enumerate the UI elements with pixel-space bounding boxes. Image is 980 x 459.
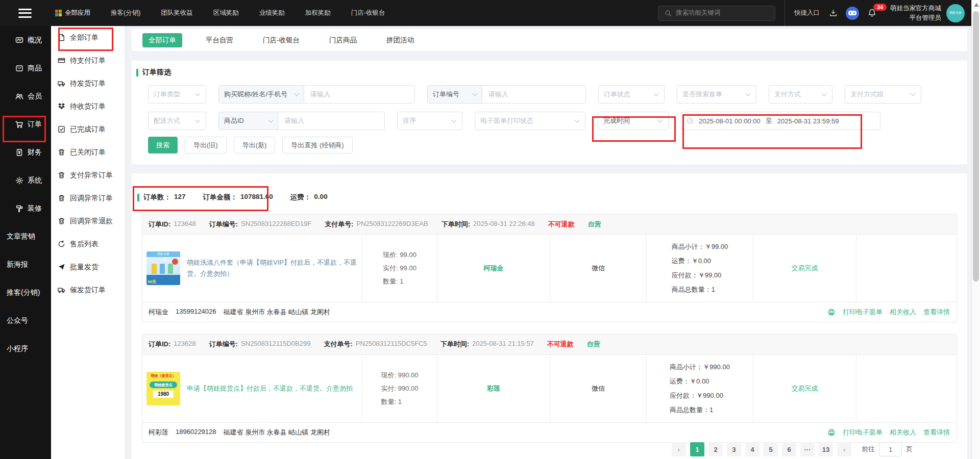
page-button-3[interactable]: 3 bbox=[727, 442, 741, 456]
topnav-all-apps[interactable]: 全部应用 bbox=[49, 0, 101, 26]
date-start: 2025-08-01 00:00:00 bbox=[699, 117, 761, 125]
goods-id-input[interactable]: 请输入 bbox=[278, 112, 384, 130]
topnav-region-reward[interactable]: 区域奖励 bbox=[203, 0, 249, 26]
order-type-select[interactable]: 订单类型 bbox=[148, 85, 206, 104]
view-detail-link[interactable]: 查看详情 bbox=[923, 308, 950, 317]
page-button-4[interactable]: 4 bbox=[745, 442, 760, 456]
order-status-select[interactable]: 订单状态 bbox=[598, 85, 665, 104]
download-icon[interactable] bbox=[829, 9, 838, 17]
topnav-tuike[interactable]: 推客(分销) bbox=[101, 0, 151, 26]
sidebar-item-mini-program[interactable]: 小程序 bbox=[0, 335, 51, 363]
tab-store-goods[interactable]: 门店商品 bbox=[323, 33, 363, 47]
export-old-button[interactable]: 导出(旧) bbox=[185, 137, 227, 154]
page-button-13[interactable]: 13 bbox=[819, 442, 833, 456]
page-button-5[interactable]: 5 bbox=[764, 442, 778, 456]
scrollbar-thumb[interactable] bbox=[973, 11, 979, 282]
vertical-scrollbar[interactable] bbox=[971, 0, 980, 459]
order-no-select[interactable]: 订单编号 bbox=[428, 86, 482, 103]
date-range-input[interactable]: 2025-08-01 00:00:00 至 2025-08-31 23:59:5… bbox=[681, 112, 880, 130]
print-waybill-link[interactable]: 打印电子面单 bbox=[843, 308, 883, 317]
sidebar-item-orders[interactable]: 订单 bbox=[0, 110, 51, 138]
buyer-keyword-select[interactable]: 购买昵称/姓名/手机号 bbox=[219, 86, 304, 103]
submenu-callback-exception-orders[interactable]: 回调异常订单 bbox=[51, 187, 125, 210]
submenu-callback-exception-refund[interactable]: 回调异常退款 bbox=[51, 210, 125, 233]
quick-entry-button[interactable]: 快捷入口 bbox=[785, 0, 829, 26]
submenu-completed-orders[interactable]: 已完成订单 bbox=[51, 118, 125, 141]
sort-select[interactable]: 排序 bbox=[397, 112, 462, 130]
page-button-2[interactable]: 2 bbox=[708, 442, 723, 456]
goto-label: 前往 bbox=[862, 445, 875, 454]
global-search-input[interactable]: 搜索功能关键词 bbox=[658, 6, 775, 21]
order-tabs-bar: 全部订单 平台自营 门店-收银台 门店商品 拼团活动 bbox=[132, 29, 967, 51]
delivery-select[interactable]: 配送方式 bbox=[148, 112, 206, 130]
submenu-to-receive-orders[interactable]: 待收货订单 bbox=[51, 95, 125, 118]
cart-icon bbox=[15, 120, 23, 129]
empty-cell bbox=[856, 235, 957, 302]
print-waybill-link[interactable]: 打印电子面单 bbox=[843, 428, 883, 437]
page-button-6[interactable]: 6 bbox=[782, 442, 796, 456]
page-ellipsis[interactable]: ··· bbox=[800, 442, 815, 456]
first-order-select[interactable]: 是否搜索首单 bbox=[677, 85, 756, 104]
topnav-performance-reward[interactable]: 业绩奖励 bbox=[249, 0, 295, 26]
user-info[interactable]: 萌娃当家官方商城 平台管理员 bbox=[890, 4, 941, 23]
eprint-status-select[interactable]: 电子面单打印状态 bbox=[475, 112, 585, 130]
topnav-store-cashier[interactable]: 门店-收银台 bbox=[341, 0, 396, 26]
submenu-closed-orders[interactable]: 已关闭订单 bbox=[51, 141, 125, 164]
tab-store-cashier[interactable]: 门店-收银台 bbox=[257, 33, 306, 47]
related-income-link[interactable]: 相关收入 bbox=[890, 428, 916, 437]
sidebar-item-new-poster[interactable]: 新海报 bbox=[0, 250, 51, 278]
scroll-up-arrow-icon[interactable] bbox=[974, 3, 979, 7]
sidebar-item-goods[interactable]: 商品 bbox=[0, 54, 51, 82]
recycle-icon bbox=[58, 240, 65, 248]
buyer-cell[interactable]: 彩莲 bbox=[437, 355, 550, 422]
totals-cell: 商品小计：￥990.00 运费：￥0.00 应付款：￥990.00 商品总数量：… bbox=[647, 355, 753, 422]
sidebar-item-members[interactable]: 会员 bbox=[0, 82, 51, 110]
printer-icon[interactable] bbox=[827, 428, 836, 437]
submenu-urge-ship-orders[interactable]: 催发货订单 bbox=[51, 278, 125, 301]
sidebar-item-overview[interactable]: 概况 bbox=[0, 26, 51, 54]
pay-group-select[interactable]: 支付方式组 bbox=[845, 85, 921, 104]
submenu-unpaid-orders[interactable]: 待支付订单 bbox=[51, 49, 125, 72]
sidebar-item-system[interactable]: 系统 bbox=[0, 166, 51, 194]
assistant-robot-icon[interactable] bbox=[846, 7, 859, 20]
submenu-aftersale-list[interactable]: 售后列表 bbox=[51, 233, 125, 256]
sidebar-item-tuike[interactable]: 推客(分销) bbox=[0, 278, 51, 307]
export-direct-button[interactable]: 导出直推 (经销商) bbox=[282, 137, 352, 154]
pay-method-select[interactable]: 支付方式 bbox=[769, 85, 832, 104]
sidebar-item-official-account[interactable]: 公众号 bbox=[0, 307, 51, 335]
search-button[interactable]: 搜索 bbox=[148, 137, 178, 154]
page-button-1[interactable]: 1 bbox=[690, 442, 704, 456]
topnav-team-reward[interactable]: 团队奖收益 bbox=[151, 0, 203, 26]
sidebar-item-decoration[interactable]: 装修 bbox=[0, 194, 51, 222]
view-detail-link[interactable]: 查看详情 bbox=[923, 428, 950, 437]
tab-platform-self[interactable]: 平台自营 bbox=[200, 33, 239, 47]
buyer-keyword-input[interactable]: 请输入 bbox=[304, 86, 414, 103]
product-cell: 萌娃（提货点） 萌娃提货点 1980 申请【萌娃提货点】付款后，不退款，不退货。… bbox=[142, 355, 362, 422]
submenu-to-ship-orders[interactable]: 待发货订单 bbox=[51, 72, 125, 95]
product-name[interactable]: 申请【萌娃提货点】付款后，不退款，不退货。介意勿拍 bbox=[187, 383, 353, 394]
prev-page-button[interactable]: ‹ bbox=[672, 442, 686, 456]
submenu-batch-ship[interactable]: 批量发货 bbox=[51, 256, 125, 278]
sidebar-item-article-marketing[interactable]: 文章营销 bbox=[0, 222, 51, 250]
submenu-all-orders[interactable]: 全部订单 bbox=[51, 26, 125, 49]
tab-all-orders[interactable]: 全部订单 bbox=[142, 33, 182, 47]
tab-group-buy[interactable]: 拼团活动 bbox=[380, 33, 420, 47]
export-new-button[interactable]: 导出(新) bbox=[234, 137, 276, 154]
avatar[interactable]: 萌娃当家 bbox=[946, 4, 965, 22]
time-type-select[interactable]: 完成时间 bbox=[598, 112, 669, 130]
sidebar-item-finance[interactable]: 财务 bbox=[0, 138, 51, 166]
product-name[interactable]: 萌娃洗涤八件套（申请【萌娃VIP】付款后，不退款，不退货。介意勿拍） bbox=[187, 257, 359, 279]
goods-id-select[interactable]: 商品ID bbox=[219, 112, 278, 130]
topnav-weighted-reward[interactable]: 加权奖励 bbox=[295, 0, 341, 26]
related-income-link[interactable]: 相关收入 bbox=[890, 308, 916, 317]
buyer-cell[interactable]: 柯瑞金 bbox=[437, 235, 550, 302]
hamburger-menu-icon[interactable] bbox=[18, 9, 32, 18]
notification-bell[interactable]: 34 bbox=[867, 8, 877, 18]
sidebar: 概况 商品 会员 订单 财务 系统 装修 文章营销 新海报 推客(分销) 公众号… bbox=[0, 26, 51, 459]
consignee-address: 福建省 泉州市 永春县 岵山镇 龙阁村 bbox=[224, 308, 330, 317]
printer-icon[interactable] bbox=[827, 308, 836, 316]
goto-page-input[interactable]: 1 bbox=[879, 442, 902, 456]
next-page-button[interactable]: › bbox=[837, 442, 851, 456]
order-no-input[interactable]: 请输入 bbox=[482, 86, 585, 103]
submenu-pay-exception-orders[interactable]: 支付异常订单 bbox=[51, 164, 125, 187]
